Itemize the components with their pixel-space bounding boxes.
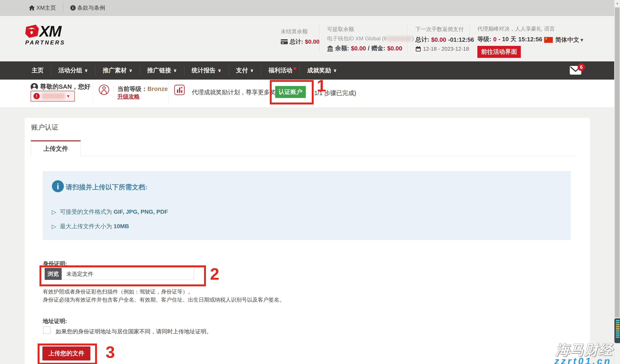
annotation-number-2: 2 [210,266,219,282]
scrollbar-thumb[interactable] [615,7,620,318]
notification-dot [294,67,296,70]
balance-value: $0.00 [351,45,366,52]
next-rebate-title: 下一次手数返佣支付 [415,26,474,33]
level-label: 等级: [477,35,491,43]
greet-divider [169,82,169,104]
level-badge: Bronze [147,86,168,92]
info-heading: 请扫描并上传以下所需文档: [66,183,147,192]
nav-item-benefits[interactable]: 福利活动 [261,65,300,76]
bonus-value: $0.00 [387,45,402,52]
greet-divider [93,82,93,104]
language-current: 简体中文 [555,36,583,44]
greeting-row: 尊敬的SAN，您好 当前等级：Bronze 升级攻略 代理成就奖励计划，尊享更多… [0,80,614,108]
address-proof-note: 如果您的身份证明地址与居住国家不同，请同时上传地址证明。 [56,328,212,335]
china-flag-icon [544,37,553,43]
logo-subtext: PARTNERS [25,40,65,46]
annotation-number-3: 3 [106,344,115,361]
balance-label: 余额: [335,44,349,52]
nav-item-campaign-groups[interactable]: 活动分组 [51,65,95,76]
info-icon [70,5,76,11]
account-dropdown[interactable] [31,91,75,102]
tab-upload-documents[interactable]: 上传文件 [31,140,81,156]
achievement-promo-text: 代理成就奖励计划，尊享更多奖励！ [192,88,288,96]
chevron-down-icon [67,93,69,99]
level-person-icon [99,85,109,95]
language-selector[interactable]: 简体中文 [544,36,583,44]
contest-timer: 15:12:56 [518,36,542,43]
contest-title: 代理巅峰对决，人人享豪礼 [477,25,542,32]
mail-button[interactable]: 6 [570,66,589,80]
upload-info-box: 请扫描并上传以下所需文档: 可接受的文件格式为 GIF, JPG, PNG, P… [43,171,571,240]
upgrade-guide-link[interactable]: 升级攻略 [117,93,140,100]
nav-item-promo-materials[interactable]: 推广素材 [95,65,140,76]
next-rebate-block: 下一次手数返佣支付 总计: $0.00 -01:12:56 12-18 - 20… [415,26,474,54]
account-number-redacted [42,93,65,99]
watermark-site: zzrt01.cn [554,356,612,364]
max-size-line: 最大上传文件大小为 10MB [52,222,129,230]
accepted-formats-value: GIF, JPG, PNG, PDF [113,209,168,215]
bonus-label: 赠金: [371,44,385,52]
header-divider [469,25,469,52]
bull-logo-icon [24,24,39,39]
xm-partners-logo[interactable]: XM PARTNERS [24,24,65,46]
calendar-icon [415,46,421,52]
tabs: 上传文件 [31,140,590,156]
logo-text: XM [39,24,61,39]
slash: / [368,45,370,52]
level-range: - 10 天 [498,35,516,43]
rebate-total-label: 总计: [415,36,429,44]
topbar-home-link[interactable]: XM主页 [29,4,56,12]
current-level: 当前等级：Bronze [117,85,168,93]
watermark-equalizer-icon [614,318,620,343]
home-icon [29,5,35,11]
nav-item-achievements[interactable]: 成就奖励 [300,65,344,76]
wallet-id-line: 电子钱包ID XM Global (6) [327,35,414,42]
withdrawable-balance-title: 可提取余额 [327,26,414,33]
file-status-field[interactable]: 未选定文件 [62,268,194,280]
scrollbar [614,0,620,364]
withdrawable-balance-block: 可提取余额 电子钱包ID XM Global (6) 余额: $0.00 / 赠… [327,26,414,54]
unsettled-total-label: 总计: [290,38,303,46]
topbar-divider [63,3,63,12]
address-proof-checkbox[interactable] [43,327,50,334]
bank-icon [327,45,333,51]
accepted-formats-line: 可接受的文件格式为 GIF, JPG, PNG, PDF [52,208,168,216]
nav-item-payments[interactable]: 支付 [229,65,261,76]
browse-button[interactable]: 浏览 [45,268,62,280]
welcome: 尊敬的SAN，您好 [31,82,90,91]
nav-item-promo-links[interactable]: 推广链接 [140,65,184,76]
triangle-bullet-icon [52,209,56,215]
card-icon [281,39,288,44]
unsettled-balance-title: 未结算余额 [281,28,319,35]
info-circle-icon [52,180,64,192]
language-title: 语言 [544,25,583,32]
unsettled-total-value: $0.00 [305,38,319,45]
account-verification-card: 账户认证 上传文件 请扫描并上传以下所需文档: 可接受的文件格式为 GIF, J… [25,118,590,364]
upload-files-button[interactable]: 上传您的文件 [42,347,90,361]
header: XM PARTNERS 未结算余额 总计: $0.00 可提取余额 电子钱包ID… [0,16,614,61]
scroll-up-arrow[interactable] [614,1,620,5]
topbar-terms-link[interactable]: 条款与条例 [70,4,105,12]
rebate-total-value: $0.00 [431,36,446,43]
welcome-text: 尊敬的SAN，您好 [40,82,90,91]
greet-divider-small [114,87,114,97]
unsettled-balance-block: 未结算余额 总计: $0.00 [281,28,319,47]
id-proof-label: 身份证明: [43,260,67,268]
rebate-dates: 12-18 - 2023-12-18 [423,46,469,52]
address-proof-label: 地址证明: [43,318,67,325]
language-block: 语言 简体中文 [544,25,583,44]
user-avatar-icon [31,83,38,91]
header-divider [319,25,319,52]
verify-account-button[interactable]: 认证账户 [275,86,306,98]
nav-item-reports[interactable]: 统计报告 [184,65,229,76]
id-proof-desc-line2: 身份证必须为有效证件并包含客户全名、有效期、客户住址、出生日期或纳税人识别号以及… [43,296,285,304]
main-nav: 主页 活动分组 推广素材 推广链接 统计报告 支付 福利活动 成就奖励 6 [0,61,614,80]
id-proof-file-input: 浏览 未选定文件 [45,268,194,280]
contest-block: 代理巅峰对决，人人享豪礼 等级: 0 - 10 天 15:12:56 前往活动界… [477,25,542,58]
id-proof-desc-line1: 有效护照或者身份证彩色扫描件（例如：驾驶证，身份证等）。 [43,288,285,296]
mail-count-badge: 6 [578,63,585,71]
go-to-activity-button[interactable]: 前往活动界面 [477,46,521,58]
nav-item-home[interactable]: 主页 [24,65,51,76]
wallet-id-redacted [387,36,412,41]
header-divider [407,25,407,52]
